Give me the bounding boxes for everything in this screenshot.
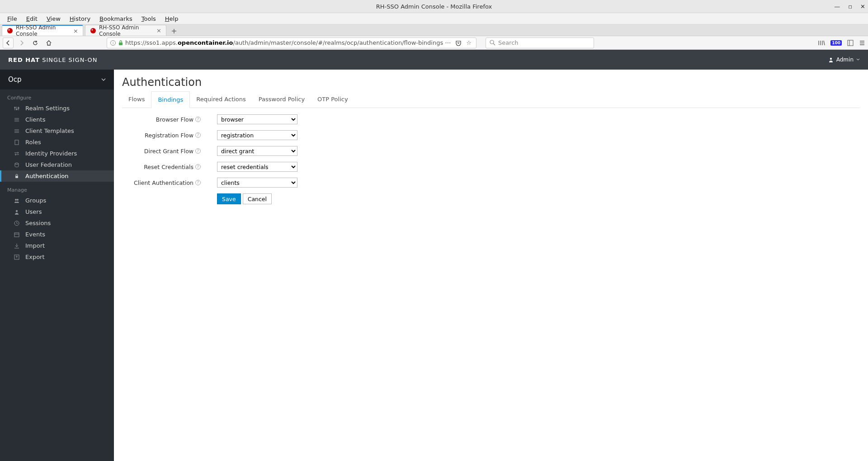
sidebar-item-authentication[interactable]: Authentication	[0, 170, 114, 182]
tab-close-icon[interactable]: ×	[156, 27, 161, 34]
users-icon	[14, 198, 20, 203]
browser-navbar: i https://sso1.apps.opencontainer.io/aut…	[0, 36, 868, 50]
tab-flows[interactable]: Flows	[122, 91, 151, 108]
exchange-icon	[14, 151, 20, 156]
chevron-down-icon	[856, 58, 860, 61]
menu-history[interactable]: History	[65, 14, 95, 24]
sidebar-item-label: Authentication	[25, 173, 68, 179]
sidebar-item-export[interactable]: Export	[0, 251, 114, 263]
menu-file[interactable]: File	[3, 14, 22, 24]
sidebar-item-label: Users	[25, 208, 42, 215]
hamburger-icon[interactable]	[859, 40, 865, 46]
reload-button[interactable]	[30, 38, 41, 48]
list-icon	[14, 117, 20, 122]
menu-tools[interactable]: Tools	[137, 14, 160, 24]
svg-rect-33	[15, 176, 18, 178]
browser-flow-label: Browser Flow	[156, 116, 193, 123]
svg-rect-13	[848, 40, 853, 46]
client-auth-select[interactable]: clients	[217, 178, 297, 188]
help-icon[interactable]: ?	[195, 117, 201, 122]
svg-point-32	[15, 163, 19, 164]
url-bar[interactable]: i https://sso1.apps.opencontainer.io/aut…	[107, 38, 476, 48]
new-tab-button[interactable]: +	[168, 26, 180, 36]
sliders-icon	[14, 106, 20, 111]
browser-tab-label: RH-SSO Admin Console	[16, 24, 69, 37]
sidebar-toggle-icon[interactable]	[847, 40, 854, 46]
svg-point-1	[9, 29, 10, 31]
browser-flow-select[interactable]: browser	[217, 114, 297, 124]
window-titlebar: RH-SSO Admin Console - Mozilla Firefox —…	[0, 0, 868, 13]
realm-selector[interactable]: Ocp	[0, 70, 114, 89]
sidebar-item-roles[interactable]: Roles	[0, 136, 114, 148]
lock-icon[interactable]	[118, 40, 123, 46]
favicon-icon	[90, 28, 96, 34]
page-actions-icon[interactable]: ⋯	[445, 39, 451, 46]
content-tabs: Flows Bindings Required Actions Password…	[122, 91, 860, 108]
lock-icon	[14, 174, 20, 179]
sidebar-item-users[interactable]: Users	[0, 206, 114, 217]
window-title: RH-SSO Admin Console - Mozilla Firefox	[376, 3, 492, 10]
help-icon[interactable]: ?	[195, 164, 201, 169]
tab-password-policy[interactable]: Password Policy	[252, 91, 311, 108]
browser-menubar: File Edit View History Bookmarks Tools H…	[0, 13, 868, 24]
sidebar-item-realm-settings[interactable]: Realm Settings	[0, 103, 114, 114]
pocket-icon[interactable]	[455, 40, 462, 46]
sidebar-item-clients[interactable]: Clients	[0, 114, 114, 125]
sidebar-item-identity-providers[interactable]: Identity Providers	[0, 148, 114, 159]
sidebar-item-events[interactable]: Events	[0, 229, 114, 240]
browser-tab-1[interactable]: RH-SSO Admin Console ×	[85, 25, 166, 36]
help-icon[interactable]: ?	[195, 132, 201, 138]
svg-line-8	[493, 43, 495, 45]
tab-otp-policy[interactable]: OTP Policy	[311, 91, 354, 108]
menu-bookmarks[interactable]: Bookmarks	[95, 14, 137, 24]
direct-grant-flow-select[interactable]: direct grant	[217, 146, 297, 156]
forward-button[interactable]	[16, 38, 27, 48]
sidebar-item-label: Identity Providers	[25, 150, 77, 157]
main-content: Authentication Flows Bindings Required A…	[114, 70, 868, 461]
help-icon[interactable]: ?	[195, 180, 201, 185]
back-button[interactable]	[3, 38, 14, 48]
home-button[interactable]	[43, 38, 54, 48]
svg-rect-38	[14, 233, 19, 237]
svg-point-35	[17, 199, 19, 201]
chevron-down-icon	[101, 77, 106, 82]
tab-close-icon[interactable]: ×	[73, 28, 78, 34]
sidebar-item-client-templates[interactable]: Client Templates	[0, 125, 114, 136]
zoom-badge[interactable]: 100	[830, 40, 842, 46]
registration-flow-label: Registration Flow	[145, 132, 193, 139]
sidebar-item-label: User Federation	[25, 161, 72, 168]
user-menu[interactable]: Admin	[828, 56, 860, 63]
registration-flow-select[interactable]: registration	[217, 130, 297, 140]
svg-point-34	[15, 199, 17, 201]
sidebar-item-user-federation[interactable]: User Federation	[0, 159, 114, 170]
sidebar-item-groups[interactable]: Groups	[0, 195, 114, 206]
menu-view[interactable]: View	[42, 14, 65, 24]
menu-help[interactable]: Help	[160, 14, 183, 24]
tab-required-actions[interactable]: Required Actions	[190, 91, 252, 108]
tab-bindings[interactable]: Bindings	[151, 91, 190, 108]
favicon-icon	[7, 28, 13, 34]
window-minimize-icon[interactable]: —	[834, 3, 840, 10]
menu-edit[interactable]: Edit	[22, 14, 42, 24]
cancel-button[interactable]: Cancel	[243, 193, 272, 204]
svg-point-0	[7, 28, 13, 33]
sidebar-item-import[interactable]: Import	[0, 240, 114, 251]
bookmark-icon[interactable]: ☆	[466, 39, 472, 46]
app-header: RED HAT SINGLE SIGN-ON Admin	[0, 50, 868, 70]
search-icon	[490, 40, 495, 46]
window-close-icon[interactable]: ✕	[860, 3, 865, 10]
search-bar[interactable]: Search	[486, 38, 594, 48]
client-auth-label: Client Authentication	[134, 179, 193, 186]
sidebar-item-sessions[interactable]: Sessions	[0, 217, 114, 229]
browser-tab-0[interactable]: RH-SSO Admin Console ×	[2, 25, 83, 36]
save-button[interactable]: Save	[217, 193, 241, 204]
window-maximize-icon[interactable]: ▫	[848, 3, 852, 10]
sidebar-item-label: Groups	[25, 197, 46, 204]
reset-credentials-select[interactable]: reset credentials	[217, 162, 297, 172]
info-icon[interactable]: i	[110, 40, 116, 46]
library-icon[interactable]	[818, 40, 825, 46]
browser-tab-label: RH-SSO Admin Console	[99, 24, 152, 37]
sidebar-item-label: Import	[25, 242, 45, 249]
help-icon[interactable]: ?	[195, 148, 201, 154]
svg-rect-31	[15, 140, 19, 145]
